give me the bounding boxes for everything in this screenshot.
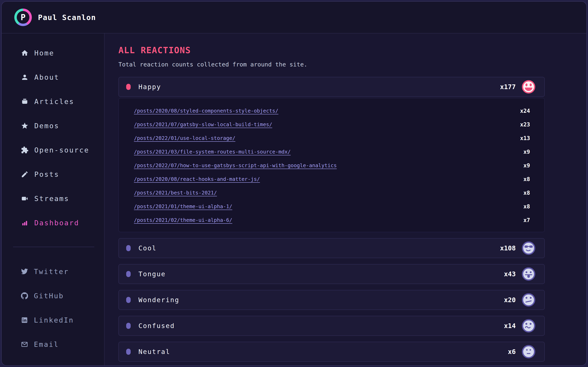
reaction-card-cool[interactable]: Coolx108: [118, 238, 545, 258]
sidebar-item-about[interactable]: About: [2, 65, 104, 89]
puzzle-icon: [21, 146, 29, 154]
post-link-row: /posts/2022/07/how-to-use-gatsbys-script…: [134, 159, 530, 172]
post-link-row: /posts/2020/08/react-hooks-and-matter-js…: [134, 172, 530, 186]
confused-emoji: [522, 319, 535, 333]
star-icon: [21, 122, 29, 130]
reaction-label: Happy: [138, 83, 161, 91]
post-link[interactable]: /posts/2021/02/theme-ui-alpha-6/: [134, 217, 232, 223]
app-frame: P Paul Scanlon HomeAboutArticlesDemosOpe…: [1, 1, 587, 366]
reaction-card-neutral[interactable]: Neutralx6: [118, 342, 545, 362]
post-link[interactable]: /posts/2021/best-bits-2021/: [134, 190, 217, 196]
post-link[interactable]: /posts/2021/01/theme-ui-alpha-1/: [134, 203, 232, 209]
page-title: ALL REACTIONS: [118, 45, 545, 55]
site-name: Paul Scanlon: [38, 13, 96, 22]
pencil-icon: [21, 170, 29, 178]
reaction-label: Tongue: [138, 270, 166, 278]
post-link-count: x23: [520, 121, 530, 128]
sidebar-item-home[interactable]: Home: [2, 41, 104, 65]
reaction-section-cool: Coolx108: [118, 238, 545, 258]
post-link-row: /posts/2020/08/styled-components-style-o…: [134, 104, 530, 118]
twitter-icon: [21, 268, 28, 275]
social-link-github[interactable]: GitHub: [2, 284, 104, 308]
cool-emoji: [522, 242, 535, 255]
github-icon: [21, 292, 28, 300]
social-link-email[interactable]: Email: [2, 332, 104, 356]
post-link[interactable]: /posts/2021/03/file-system-routes-multi-…: [134, 149, 291, 155]
logo-letter: P: [17, 11, 29, 24]
reaction-links-panel: /posts/2020/08/styled-components-style-o…: [118, 98, 545, 232]
sidebar-social-nav: TwitterGitHubLinkedInEmail: [2, 259, 104, 356]
reaction-dot: [126, 271, 131, 277]
person-icon: [21, 73, 29, 81]
post-link-count: x8: [523, 190, 530, 196]
reaction-card-tongue[interactable]: Tonguex43: [118, 264, 545, 284]
social-link-twitter[interactable]: Twitter: [2, 259, 104, 284]
home-icon: [21, 49, 29, 57]
post-link-row: /posts/2021/01/theme-ui-alpha-1/x8: [134, 200, 530, 213]
post-link-count: x8: [523, 176, 530, 182]
post-link-count: x13: [520, 135, 530, 141]
email-icon: [21, 341, 28, 348]
neutral-emoji: [522, 345, 535, 359]
reaction-count: x108: [500, 244, 516, 252]
post-link-row: /posts/2021/03/file-system-routes-multi-…: [134, 145, 530, 159]
reaction-section-tongue: Tonguex43: [118, 264, 545, 284]
reaction-card-happy[interactable]: Happyx177: [118, 77, 545, 97]
post-link-count: x9: [523, 162, 530, 169]
site-header: P Paul Scanlon: [2, 2, 586, 33]
post-link-row: /posts/2021/07/gatsby-slow-local-build-t…: [134, 118, 530, 131]
post-link[interactable]: /posts/2022/07/how-to-use-gatsbys-script…: [134, 162, 337, 168]
reaction-label: Neutral: [138, 348, 170, 356]
wondering-emoji: [522, 293, 535, 307]
reaction-section-happy: Happyx177/posts/2020/08/styled-component…: [118, 77, 545, 232]
main-content: ALL REACTIONS Total reaction counts coll…: [104, 33, 586, 365]
sidebar-item-open-source[interactable]: Open-source: [2, 138, 104, 162]
sidebar-item-dashboard[interactable]: Dashboard: [2, 211, 104, 235]
reaction-section-confused: Confusedx14: [118, 316, 545, 336]
page-subtitle: Total reaction counts collected from aro…: [118, 61, 545, 68]
post-link-row: /posts/2022/01/use-local-storage/x13: [134, 131, 530, 145]
reaction-count: x20: [504, 296, 516, 304]
reaction-count: x6: [508, 348, 516, 356]
reaction-section-wondering: Wonderingx20: [118, 290, 545, 310]
reaction-dot: [126, 349, 131, 355]
sidebar-item-demos[interactable]: Demos: [2, 114, 104, 138]
reaction-dot: [126, 245, 131, 251]
happy-emoji: [522, 80, 535, 94]
reaction-section-neutral: Neutralx6: [118, 342, 545, 362]
sidebar-item-articles[interactable]: Articles: [2, 89, 104, 114]
post-link[interactable]: /posts/2020/08/styled-components-style-o…: [134, 108, 278, 114]
post-link-row: /posts/2021/best-bits-2021/x8: [134, 186, 530, 200]
tongue-emoji: [522, 267, 535, 281]
reaction-dot: [126, 297, 131, 303]
site-logo[interactable]: P: [14, 8, 32, 26]
reaction-card-wondering[interactable]: Wonderingx20: [118, 290, 545, 310]
sidebar-item-posts[interactable]: Posts: [2, 162, 104, 186]
reaction-label: Cool: [138, 244, 156, 252]
post-link[interactable]: /posts/2020/08/react-hooks-and-matter-js…: [134, 176, 260, 182]
reaction-label: Confused: [138, 322, 175, 330]
post-link[interactable]: /posts/2021/07/gatsby-slow-local-build-t…: [134, 122, 272, 127]
post-link-count: x8: [523, 203, 530, 210]
bar-chart-icon: [21, 219, 29, 227]
linkedin-icon: [21, 317, 28, 324]
reaction-count: x14: [504, 322, 516, 330]
sidebar-item-streams[interactable]: Streams: [2, 186, 104, 211]
reaction-dot: [126, 323, 131, 329]
reaction-count: x177: [500, 83, 516, 91]
reaction-dot: [126, 84, 131, 90]
sidebar: HomeAboutArticlesDemosOpen-sourcePostsSt…: [2, 33, 104, 365]
reactions-list: Happyx177/posts/2020/08/styled-component…: [118, 77, 545, 362]
post-link-count: x24: [520, 108, 530, 114]
post-link[interactable]: /posts/2022/01/use-local-storage/: [134, 135, 235, 141]
post-link-count: x7: [523, 217, 530, 223]
reaction-card-confused[interactable]: Confusedx14: [118, 316, 545, 336]
post-link-count: x9: [523, 149, 530, 155]
video-icon: [21, 195, 29, 202]
post-link-row: /posts/2021/02/theme-ui-alpha-6/x7: [134, 213, 530, 227]
reaction-count: x43: [504, 270, 516, 278]
reaction-label: Wondering: [138, 296, 179, 304]
sidebar-divider: [13, 247, 94, 247]
social-link-linkedin[interactable]: LinkedIn: [2, 308, 104, 332]
articles-icon: [21, 98, 29, 105]
